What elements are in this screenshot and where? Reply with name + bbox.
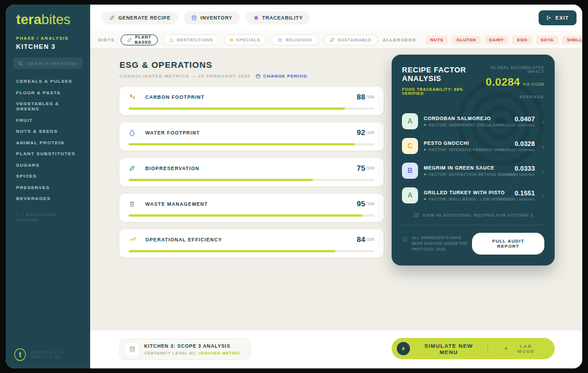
sidebar-item-vegetables[interactable]: VEGETABLES & GREENS — [16, 101, 80, 111]
sidebar-item-animal-protein[interactable]: ANIMAL PROTEIN — [16, 140, 80, 145]
sidebar-item-beverages[interactable]: BEVERAGES — [16, 196, 80, 201]
star-icon — [277, 37, 283, 43]
metric-card-carbon: CARBON FOOTPRINT 88 /100 — [119, 87, 384, 115]
impact-unit: KG CO2E — [523, 82, 544, 87]
chevron-right-icon: › — [542, 167, 544, 175]
exit-button[interactable]: EXIT — [539, 10, 577, 25]
version-text: VERSION 27.1 ANALYTICAL — [30, 351, 90, 359]
brand-logo: terabites — [6, 5, 90, 26]
filter-plant-based[interactable]: PLANT BASED — [121, 34, 158, 45]
sidebar: terabites PHASE / ANALYSIS KITCHEN 3 CER… — [6, 5, 90, 368]
nav-item-label: TRACEABILITY — [262, 15, 303, 21]
allergen-dairy[interactable]: DAIRY — [485, 36, 509, 44]
change-period-label: CHANGE PERIOD — [263, 74, 307, 79]
lightning-bolt-icon — [397, 342, 410, 355]
recipe-factor-panel: RECIPE FACTOR ANALYSIS FOOD TRACEABILITY… — [392, 55, 555, 266]
phase-label: PHASE / ANALYSIS — [16, 36, 80, 41]
lab-mode-button[interactable]: LAB MODE — [494, 344, 550, 354]
sidebar-item-sugars[interactable]: SUGARS — [16, 163, 80, 168]
recipe-factor: FACTOR: INTENSIVE FARMING IMPACT — [429, 148, 510, 152]
certainty-value: VERIFIED METRIC — [199, 351, 241, 356]
nav-item-label: GENERATE RECIPE — [118, 15, 171, 21]
filter-label: PLANT BASED — [135, 34, 152, 45]
sidebar-item-plant-substitutes[interactable]: PLANT SUBSTITUTES — [16, 151, 80, 156]
search-icon — [18, 61, 23, 66]
filter-bar: DIETS PLANT BASED RESTRICTIONS SPECIALS … — [90, 31, 582, 49]
grade-badge: A — [402, 187, 418, 203]
progress-track — [129, 179, 374, 181]
allergen-shellfish[interactable]: SHELLFISH — [562, 36, 582, 44]
recipe-row-pesto-gnocchi[interactable]: C PESTO GNOCCHI + FACTOR: INTENSIVE FARM… — [402, 138, 544, 154]
footer-bar: KITCHEN 3: SCOPE 3 ANALYSIS CERTAINTY LE… — [90, 330, 582, 368]
progress-fill — [129, 179, 313, 181]
filter-label: RELIGIOUS — [285, 37, 312, 43]
recipe-name: PESTO GNOCCHI — [424, 140, 494, 146]
inventory-button[interactable]: INVENTORY — [184, 11, 239, 24]
nav-item-label: INVENTORY — [200, 15, 232, 21]
metric-max: /100 — [366, 237, 374, 242]
search-input[interactable] — [26, 60, 78, 67]
leaf-icon — [109, 15, 115, 21]
change-period-button[interactable]: CHANGE PERIOD — [256, 74, 307, 79]
filter-religious[interactable]: RELIGIOUS — [271, 34, 319, 45]
recipe-row-grilled-turkey-pisto[interactable]: A GRILLED TURKEY WITH PISTO + FACTOR: WE… — [402, 187, 544, 203]
view-additional-recipes-link[interactable]: VIEW 48 ADDITIONAL RECIPES FOR KITCHEN 3 — [402, 212, 544, 218]
generate-recipe-button[interactable]: GENERATE RECIPE — [102, 11, 178, 24]
filter-specials[interactable]: SPECIALS — [224, 34, 266, 45]
allergen-soya[interactable]: SOYA — [536, 36, 559, 44]
metric-value: 75 — [357, 164, 365, 172]
logout-icon — [546, 15, 552, 21]
main-area: ESG & OPERATIONS CONSOLIDATED METRICS — … — [90, 49, 582, 330]
full-audit-report-button[interactable]: FULL AUDIT REPORT — [472, 233, 544, 255]
metric-max: /100 — [366, 94, 374, 99]
certainty-level: CERTAINTY LEVEL N1: VERIFIED METRIC — [144, 351, 241, 356]
factor-marker: + — [424, 148, 426, 152]
progress-track — [129, 143, 374, 145]
category-list: CEREALS & PULSES FLOUR & PASTA VEGETABLE… — [16, 79, 80, 201]
sidebar-item-flour-pasta[interactable]: FLOUR & PASTA — [16, 90, 80, 95]
button-divider — [488, 344, 488, 353]
recipe-impact-unit: KG CO2E / SERVING — [500, 148, 535, 152]
kitchen-label: KITCHEN 3 — [16, 43, 80, 50]
metric-label: WASTE MANAGEMENT — [145, 201, 208, 207]
audit-note-text: ALL INGREDIENTS HAVE BEEN AUDITED UNDER … — [412, 235, 472, 252]
traceability-button[interactable]: TRACEABILITY — [246, 11, 311, 24]
progress-track — [129, 250, 374, 252]
sidebar-item-preserves[interactable]: PRESERVES — [16, 185, 80, 190]
brand-mini-logo: t — [14, 348, 26, 361]
recipe-name: CORDOBAN SALMOREJO — [424, 116, 494, 121]
ingredient-search[interactable] — [13, 57, 83, 69]
allergen-nuts[interactable]: NUTS — [426, 36, 448, 44]
metric-label: WATER FOOTPRINT — [145, 130, 200, 136]
metric-card-water: WATER FOOTPRINT 92 /100 — [119, 122, 384, 151]
view-more-label: VIEW 48 ADDITIONAL RECIPES FOR KITCHEN 3 — [423, 213, 533, 217]
metric-label: BIOPRESERVATION — [145, 166, 199, 171]
panel-divider — [402, 225, 544, 225]
trend-up-icon — [129, 236, 138, 243]
sidebar-item-spices[interactable]: SPICES — [16, 174, 80, 179]
recipe-row-megrim-green-sauce[interactable]: B MEGRIM IN GREEN SAUCE + FACTOR: EXTRAC… — [402, 163, 544, 179]
certainty-prefix: CERTAINTY LEVEL N1: — [144, 351, 199, 356]
sidebar-item-nuts-seeds[interactable]: NUTS & SEEDS — [16, 129, 80, 134]
recipe-row-cordoban-salmorejo[interactable]: A CORDOBAN SALMOREJO + FACTOR: INGREDIEN… — [402, 113, 544, 129]
impact-value: 0.0284 — [486, 76, 520, 89]
filter-restrictions[interactable]: RESTRICTIONS — [163, 34, 219, 45]
metric-max: /100 — [366, 166, 374, 171]
warning-icon — [169, 37, 174, 43]
allergen-egg[interactable]: EGG — [512, 36, 532, 44]
metric-value: 92 — [357, 128, 365, 137]
impact-average-label: AVERAGE — [479, 94, 544, 99]
chevron-right-icon: › — [542, 192, 544, 199]
metric-label: OPERATIONAL EFFICIENCY — [145, 237, 222, 243]
progress-track — [129, 214, 374, 217]
page-title: ESG & OPERATIONS — [119, 60, 384, 70]
sidebar-item-cereals-pulses[interactable]: CEREALS & PULSES — [16, 79, 80, 84]
allergen-gluten[interactable]: GLUTEN — [452, 36, 481, 44]
sidebar-item-fruit[interactable]: FRUIT — [16, 118, 80, 123]
filter-sustainable[interactable]: SUSTAINABLE — [323, 34, 378, 45]
additional-groups-link[interactable]: + 7 ADDITIONAL GROUPS — [16, 212, 80, 222]
filter-label: RESTRICTIONS — [177, 37, 213, 43]
diets-label: DIETS — [98, 37, 115, 43]
simulate-new-menu-button[interactable]: SIMULATE NEW MENU LAB MODE — [392, 338, 555, 359]
metric-value: 95 — [357, 199, 365, 208]
